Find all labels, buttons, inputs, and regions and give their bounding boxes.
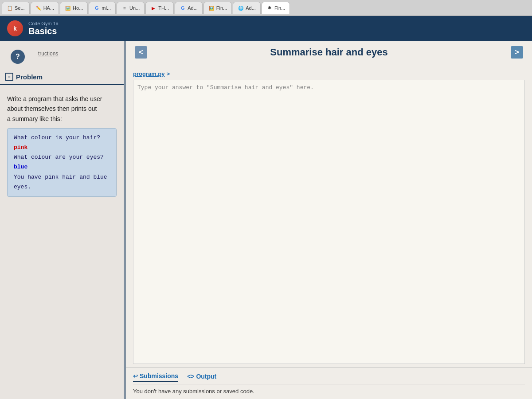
browser-tab-7[interactable]: G Ad... <box>175 2 203 14</box>
browser-tab-9[interactable]: 🌐 Ad... <box>233 2 261 14</box>
nav-next-button[interactable]: > <box>511 46 523 59</box>
browser-tab-1[interactable]: 📋 Se... <box>2 2 30 14</box>
tab-7-icon: G <box>180 5 186 11</box>
right-panel-header: < Summarise hair and eyes > <box>126 41 532 64</box>
problem-content: Write a program that asks the user about… <box>0 89 124 202</box>
breadcrumb-bar: program.py > <box>133 68 525 80</box>
output-tab-button[interactable]: <> Output <box>187 373 216 382</box>
left-sidebar: ? tructions ≡ Problem Write a program th… <box>0 41 124 399</box>
problem-description-line2: a summary like this: <box>7 114 117 124</box>
code-line-1: What colour is your hair? pink <box>14 133 110 153</box>
tab-8-icon: 🖼️ <box>208 5 215 11</box>
breadcrumb-link[interactable]: program.py <box>133 70 165 77</box>
browser-tab-5[interactable]: ≡ Un... <box>117 2 145 14</box>
code-line-2: What colour are your eyes? blue <box>14 153 110 172</box>
bottom-tabs-row: ↩ Submissions <> Output <box>133 372 525 384</box>
problem-label: Problem <box>16 73 43 81</box>
app-logo: k <box>7 20 23 36</box>
browser-tab-4[interactable]: G ml... <box>89 2 116 14</box>
submissions-tab-button[interactable]: ↩ Submissions <box>133 372 178 382</box>
tab-6-icon: ▶ <box>150 5 156 11</box>
browser-tab-6[interactable]: ▶ TH... <box>145 2 174 14</box>
tab-10-icon: ✱ <box>266 5 273 11</box>
browser-tab-2[interactable]: ✏️ HA... <box>31 2 59 14</box>
main-layout: ? tructions ≡ Problem Write a program th… <box>0 41 532 399</box>
app-title-group: Code Gym 1a Basics <box>28 21 59 36</box>
instructions-link[interactable]: tructions <box>33 51 63 59</box>
tab-3-icon: 🖼️ <box>65 5 71 11</box>
panel-title: Summarise hair and eyes <box>270 47 387 58</box>
code-input[interactable] <box>133 80 525 364</box>
code-editor-section: program.py > Type your answer to "Summar… <box>126 64 532 368</box>
problem-icon: ≡ <box>5 73 13 81</box>
tab-4-icon: G <box>94 5 100 11</box>
no-submissions-message: You don't have any submissions or saved … <box>133 388 525 395</box>
browser-tab-8[interactable]: 🖼️ Fin... <box>203 2 232 14</box>
breadcrumb-arrow-icon: > <box>167 70 170 77</box>
bottom-section: ↩ Submissions <> Output You don't have a… <box>126 368 532 399</box>
submissions-icon: ↩ <box>133 373 138 379</box>
tab-5-icon: ≡ <box>121 5 128 11</box>
tab-2-icon: ✏️ <box>35 5 42 11</box>
nav-prev-button[interactable]: < <box>135 46 147 59</box>
code-example-block: What colour is your hair? pink What colo… <box>7 128 117 197</box>
tab-1-icon: 📋 <box>7 5 13 11</box>
problem-header: ≡ Problem <box>0 69 124 85</box>
problem-description-line1: Write a program that asks the user about… <box>7 94 117 114</box>
app-subtitle: Code Gym 1a <box>28 21 59 26</box>
right-panel: < Summarise hair and eyes > program.py >… <box>126 41 532 399</box>
help-button[interactable]: ? <box>11 50 25 64</box>
tab-9-icon: 🌐 <box>238 5 244 11</box>
browser-tab-10[interactable]: ✱ Fin... <box>262 2 290 14</box>
app-title: Basics <box>28 26 59 36</box>
browser-tab-bar: 📋 Se... ✏️ HA... 🖼️ Ho... G ml... ≡ Un..… <box>0 0 532 16</box>
code-line-3: You have pink hair and blue eyes. <box>14 172 110 192</box>
browser-tab-3[interactable]: 🖼️ Ho... <box>60 2 88 14</box>
app-header: k Code Gym 1a Basics <box>0 16 532 41</box>
